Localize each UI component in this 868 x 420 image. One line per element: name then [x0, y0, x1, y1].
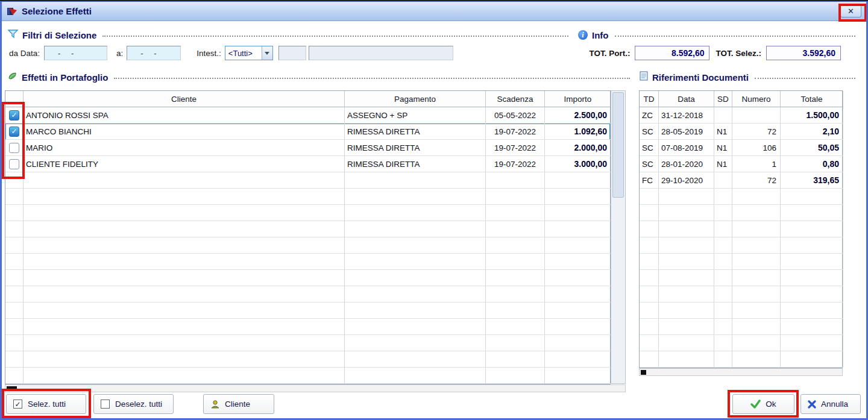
cell-data	[659, 254, 714, 270]
cell-td: SC	[640, 124, 659, 140]
hscroll-thumb[interactable]	[7, 386, 17, 391]
document-row[interactable]: SC28-01-2020N110,80	[640, 156, 842, 172]
portfolio-row	[5, 351, 610, 368]
cell-importo	[545, 221, 611, 237]
portfolio-row	[5, 368, 610, 384]
cell-td	[640, 286, 659, 302]
cell-checkbox[interactable]	[5, 156, 24, 172]
row-checkbox[interactable]: ✓	[9, 127, 19, 137]
row-checkbox[interactable]	[9, 143, 19, 153]
cell-cliente	[24, 351, 345, 368]
intest-name-input[interactable]	[309, 46, 453, 60]
person-icon	[210, 400, 220, 409]
cell-data: 31-12-2018	[659, 107, 714, 124]
intest-dropdown[interactable]: <Tutti>	[225, 46, 273, 60]
ok-button[interactable]: Ok	[732, 394, 794, 414]
col-numero-header[interactable]: Numero	[732, 91, 781, 107]
cell-data	[659, 221, 714, 237]
cell-numero: 106	[732, 140, 781, 156]
col-td-header[interactable]: TD	[640, 91, 659, 107]
cell-td	[640, 335, 659, 351]
cell-scadenza	[486, 221, 545, 237]
cell-td: FC	[640, 172, 659, 189]
cell-checkbox	[5, 351, 24, 368]
col-totale-header[interactable]: Totale	[781, 91, 843, 107]
col-sd-header[interactable]: SD	[714, 91, 732, 107]
cell-checkbox[interactable]	[5, 140, 24, 156]
deselect-all-checkbox[interactable]	[101, 400, 110, 409]
intest-code-input[interactable]	[278, 46, 306, 60]
col-cliente-header[interactable]: Cliente	[24, 91, 345, 107]
portfolio-row[interactable]: MARIORIMESSA DIRETTA19-07-20222.000,00	[5, 140, 610, 156]
col-data-header[interactable]: Data	[659, 91, 714, 107]
cell-cliente: MARIO	[24, 140, 345, 156]
cell-scadenza	[486, 368, 545, 384]
row-checkbox[interactable]	[9, 159, 19, 169]
filters-section-title: Filtri di Selezione	[22, 30, 96, 40]
app-icon	[7, 7, 17, 16]
portfolio-section-title: Effetti in Portafoglio	[22, 72, 108, 83]
tot-port-value: 8.592,60	[635, 46, 709, 60]
portfolio-header: Cliente Pagamento Scadenza Importo	[5, 91, 610, 107]
cell-sd	[714, 335, 732, 351]
cell-totale	[781, 254, 843, 270]
portfolio-row[interactable]: CLIENTE FIDELITYRIMESSA DIRETTA19-07-202…	[5, 156, 610, 172]
close-button[interactable]: ✕	[840, 5, 861, 17]
hscroll-thumb[interactable]	[641, 370, 646, 375]
cell-td	[640, 351, 659, 368]
document-row[interactable]: ZC31-12-20181.500,00	[640, 107, 842, 124]
document-row[interactable]: FC29-10-202072319,65	[640, 172, 842, 189]
cell-cliente	[24, 172, 345, 189]
documents-hscrollbar[interactable]	[639, 368, 843, 376]
cell-totale	[781, 335, 843, 351]
col-scadenza-header[interactable]: Scadenza	[486, 91, 545, 107]
documents-icon	[640, 71, 648, 83]
col-importo-header[interactable]: Importo	[545, 91, 611, 107]
cell-data: 29-10-2020	[659, 172, 714, 189]
a-data-input[interactable]: - -	[127, 46, 181, 60]
deselect-all-button[interactable]: Deselez. tutti	[93, 394, 174, 414]
portfolio-row[interactable]: ✓ANTONIO ROSSI SPAASSEGNO + SP05-05-2022…	[5, 107, 610, 124]
cell-checkbox	[5, 335, 24, 351]
cell-importo: 2.000,00	[545, 140, 611, 156]
cell-pagamento	[345, 221, 486, 237]
portfolio-hscrollbar[interactable]	[5, 384, 626, 392]
document-row[interactable]: SC07-08-2019N110650,05	[640, 140, 842, 156]
cell-checkbox[interactable]: ✓	[5, 124, 24, 140]
cell-sd	[714, 221, 732, 237]
cell-checkbox[interactable]: ✓	[5, 107, 24, 124]
portfolio-row[interactable]: ✓MARCO BIANCHIRIMESSA DIRETTA19-07-20221…	[5, 124, 610, 140]
cell-totale	[781, 302, 843, 319]
document-row[interactable]: SC28-05-2019N1722,10	[640, 124, 842, 140]
cell-pagamento	[345, 368, 486, 384]
cell-importo	[545, 172, 611, 189]
portfolio-vscrollbar[interactable]	[611, 90, 626, 384]
row-checkbox[interactable]: ✓	[9, 110, 19, 121]
close-icon: ✕	[848, 7, 854, 16]
annulla-button[interactable]: Annulla	[800, 394, 861, 414]
cell-scadenza	[486, 237, 545, 254]
deselect-all-label: Deselez. tutti	[115, 400, 162, 409]
cell-totale: 1.500,00	[781, 107, 843, 124]
cliente-button[interactable]: Cliente	[203, 394, 274, 414]
cell-totale: 50,05	[781, 140, 843, 156]
select-all-button[interactable]: ✓ Selez. tutti	[6, 394, 86, 414]
document-row	[640, 205, 842, 221]
cell-importo	[545, 302, 611, 319]
cell-numero: 72	[732, 124, 781, 140]
da-data-input[interactable]: - -	[44, 46, 107, 60]
cell-td	[640, 254, 659, 270]
cell-pagamento: RIMESSA DIRETTA	[345, 156, 486, 172]
chevron-down-icon[interactable]	[262, 46, 272, 60]
cell-numero	[732, 221, 781, 237]
cell-scadenza	[486, 270, 545, 286]
select-all-checkbox[interactable]: ✓	[13, 400, 22, 409]
info-section-title: Info	[592, 30, 609, 40]
intest-dropdown-value: <Tutti>	[225, 46, 262, 60]
cell-sd	[714, 302, 732, 319]
col-pagamento-header[interactable]: Pagamento	[345, 91, 486, 107]
cell-importo	[545, 189, 611, 205]
cell-scadenza	[486, 351, 545, 368]
vscroll-thumb[interactable]	[612, 92, 624, 198]
cell-numero: 72	[732, 172, 781, 189]
